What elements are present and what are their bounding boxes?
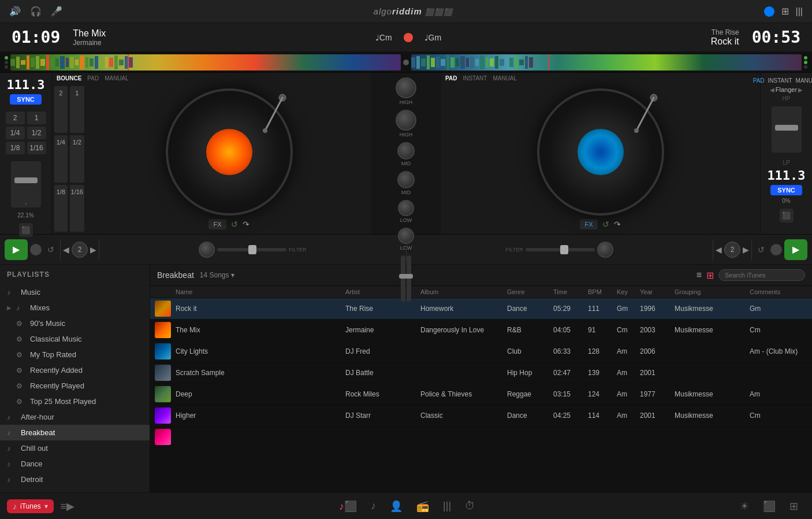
playlist-count[interactable]: 14 Songs ▾	[200, 271, 234, 279]
crossfader-right[interactable]	[407, 255, 411, 302]
left-pitch-fader[interactable]: ♪	[11, 161, 41, 207]
table-row[interactable]: Deep Rock Miles Police & Thieves Reggae …	[150, 384, 812, 405]
right-tab-pad[interactable]: PAD	[445, 75, 457, 81]
left-loop-icon[interactable]: ↺	[231, 220, 238, 229]
low-knob-left[interactable]	[398, 200, 414, 216]
sidebar-item-after-hour[interactable]: ♪ After-hour	[0, 409, 150, 425]
history-icon[interactable]: ⏱	[465, 500, 475, 512]
right-tab-manual[interactable]: MANUAL	[493, 75, 517, 81]
left-tab-manual[interactable]: MANUAL	[105, 75, 129, 81]
right-fx-button[interactable]: FX	[580, 219, 597, 229]
sidebar-item-detroit[interactable]: ♪ Detroit	[0, 472, 150, 487]
left-nav-num[interactable]: 2	[72, 242, 88, 258]
right-pitch-fader[interactable]	[772, 106, 802, 153]
sidebar-item-breakbeat[interactable]: ♪ Breakbeat	[0, 425, 150, 440]
beat-cell-2[interactable]: 2	[6, 112, 25, 124]
user-icon[interactable]: 👤	[390, 500, 403, 513]
layout-icon[interactable]: ⊞	[789, 500, 798, 513]
display-icon[interactable]: ⬛	[763, 500, 776, 513]
search-input[interactable]	[718, 269, 805, 281]
left-filter-knob[interactable]	[199, 242, 215, 258]
left-waveform[interactable]	[10, 54, 401, 71]
right-snapshot-icon[interactable]: ⬛	[780, 209, 794, 223]
volume-icon[interactable]: 🔊	[9, 6, 21, 17]
col-time[interactable]: Time	[553, 288, 588, 295]
high-knob-left[interactable]	[396, 77, 416, 98]
loop-1_4[interactable]: 1/4	[54, 135, 68, 182]
radio-icon[interactable]: 📻	[416, 500, 429, 513]
table-row[interactable]: The Mix Jermaine Dangerously In Love R&B…	[150, 320, 812, 341]
crossfader-left[interactable]	[401, 255, 405, 302]
sidebar-item-recently-added[interactable]: ⚙ Recently Added	[0, 362, 150, 378]
loop-1[interactable]: 1	[70, 86, 84, 133]
list-view-icon[interactable]: ≡	[696, 270, 702, 280]
right-instant-tab[interactable]: INSTANT	[768, 77, 792, 84]
left-play-button[interactable]: ▶	[5, 239, 28, 260]
col-album[interactable]: Album	[420, 288, 507, 295]
col-bpm[interactable]: BPM	[588, 288, 617, 295]
brightness-icon[interactable]: ☀	[740, 500, 749, 513]
right-loop-icon[interactable]: ↺	[602, 220, 609, 229]
table-row[interactable]	[150, 427, 812, 448]
right-undo-button[interactable]: ↺	[754, 243, 768, 257]
right-filter-knob[interactable]	[597, 242, 613, 258]
bars-icon[interactable]: |||	[796, 6, 803, 17]
grid-icon[interactable]: ⊞	[781, 6, 789, 17]
table-row[interactable]: Scratch Sample DJ Battle Hip Hop 02:47 1…	[150, 362, 812, 384]
loop-1_2[interactable]: 1/2	[70, 135, 84, 182]
right-nav-num[interactable]: 2	[724, 242, 740, 258]
col-year[interactable]: Year	[640, 288, 675, 295]
sidebar-item-recently-played[interactable]: ⚙ Recently Played	[0, 378, 150, 394]
beat-cell-1_2[interactable]: 1/2	[27, 127, 46, 139]
table-row[interactable]: Rock it The Rise Homework Dance 05:29 11…	[150, 298, 812, 320]
right-manual-tab[interactable]: MANUAL	[796, 77, 812, 84]
mid-knob-left[interactable]	[397, 142, 415, 160]
col-key[interactable]: Key	[617, 288, 640, 295]
col-name[interactable]: Name	[176, 288, 345, 295]
rec-button[interactable]	[404, 33, 413, 42]
left-tab-pad[interactable]: PAD	[87, 75, 99, 81]
sidebar-item-top25[interactable]: ⚙ Top 25 Most Played	[0, 394, 150, 409]
left-tab-bounce[interactable]: BOUNCE	[57, 75, 81, 81]
flanger-next[interactable]: ▶	[798, 87, 803, 93]
left-pitch-slider[interactable]	[217, 248, 286, 251]
right-cue-icon[interactable]: ↷	[614, 220, 621, 229]
headphones-icon[interactable]: 🎧	[30, 6, 42, 17]
col-grouping[interactable]: Grouping	[675, 288, 750, 295]
right-sync-button[interactable]: SYNC	[770, 185, 802, 195]
left-cue-icon[interactable]: ↷	[243, 220, 249, 229]
notes-icon[interactable]: ♪	[371, 500, 376, 512]
col-comments[interactable]: Comments	[750, 288, 807, 295]
itunes-button[interactable]: ♪ iTunes ▾	[7, 499, 54, 513]
grid-view-icon[interactable]: ⊞	[706, 270, 714, 281]
left-nav-next[interactable]: ▶	[90, 245, 96, 254]
sidebar-item-dance[interactable]: ♪ Dance	[0, 456, 150, 472]
playlist-icon[interactable]: ♪⬛	[339, 500, 357, 513]
beat-cell-1_8[interactable]: 1/8	[6, 142, 25, 154]
loop-1_16[interactable]: 1/16	[70, 185, 84, 232]
sidebar-item-classical[interactable]: ⚙ Classical Music	[0, 331, 150, 347]
right-play-button[interactable]: ▶	[784, 239, 807, 260]
sidebar-item-90s[interactable]: ⚙ 90's Music	[0, 316, 150, 331]
table-row[interactable]: City Lights DJ Fred Club 06:33 128 Am 20…	[150, 341, 812, 362]
left-nav-prev[interactable]: ◀	[63, 245, 69, 254]
beat-cell-1_4[interactable]: 1/4	[6, 127, 25, 139]
beat-cell-1_16[interactable]: 1/16	[27, 142, 46, 154]
left-fx-button[interactable]: FX	[208, 219, 226, 229]
left-cue-dot[interactable]	[30, 244, 42, 255]
mic-icon[interactable]: 🎤	[51, 6, 62, 17]
right-pitch-slider[interactable]	[526, 248, 595, 251]
record-button[interactable]	[764, 6, 774, 17]
left-undo-button[interactable]: ↺	[44, 243, 58, 257]
right-nav-prev[interactable]: ◀	[716, 245, 722, 254]
loop-2[interactable]: 2	[54, 86, 68, 133]
flanger-prev[interactable]: ◀	[770, 87, 774, 93]
right-nav-next[interactable]: ▶	[743, 245, 749, 254]
sidebar-item-chill-out[interactable]: ♪ Chill out	[0, 440, 150, 456]
beat-cell-1[interactable]: 1	[27, 112, 46, 124]
right-tab-instant[interactable]: INSTANT	[463, 75, 487, 81]
left-sync-button[interactable]: SYNC	[10, 94, 42, 105]
mid-knob-right[interactable]	[397, 171, 415, 188]
right-cue-dot[interactable]	[770, 244, 782, 255]
social-icon[interactable]: |||	[443, 500, 451, 512]
